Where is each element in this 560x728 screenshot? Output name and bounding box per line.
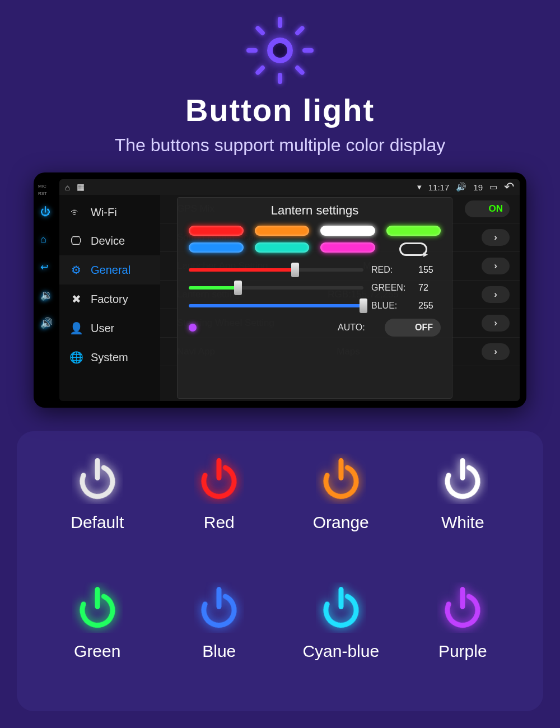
on-toggle[interactable]: ON xyxy=(465,200,510,217)
slider-label: RED: xyxy=(371,265,410,275)
sidebar-item-label: System xyxy=(91,351,128,364)
color-option-label: Cyan-blue xyxy=(288,642,394,661)
hw-vol-down-icon[interactable]: 🔉 xyxy=(40,289,53,301)
slider-label: BLUE: xyxy=(371,301,410,311)
sidebar-item-device[interactable]: 🖵Device xyxy=(59,227,160,255)
color-option-cyan-blue[interactable]: Cyan-blue xyxy=(288,582,394,689)
power-icon xyxy=(194,454,244,504)
preset-color[interactable] xyxy=(255,226,310,236)
brightness-icon xyxy=(246,17,314,84)
chevron-right-icon: › xyxy=(482,258,510,274)
sidebar-item-label: Device xyxy=(91,235,125,248)
color-option-label: Green xyxy=(45,642,150,661)
tablet-device: MICRST ⏻ ⌂ ↩ 🔉 🔊 ⌂ ▦ ▾ 11:17 🔊 19 ▭ ↶ ᯤW… xyxy=(34,172,526,408)
slider-thumb[interactable] xyxy=(291,263,299,277)
slider-track[interactable] xyxy=(189,268,363,272)
color-option-label: Red xyxy=(167,513,272,532)
settings-sidebar: ᯤWi-Fi🖵Device⚙General✖Factory👤User🌐Syste… xyxy=(59,195,160,401)
slider-red[interactable]: RED: 155 xyxy=(189,265,441,275)
slider-track[interactable] xyxy=(189,304,363,307)
cycle-icon[interactable] xyxy=(399,242,427,256)
color-option-label: Orange xyxy=(288,513,394,532)
sidebar-item-system[interactable]: 🌐System xyxy=(59,343,160,372)
power-icon xyxy=(437,582,488,633)
preset-color[interactable] xyxy=(189,242,244,253)
color-option-label: White xyxy=(410,513,516,532)
hardware-buttons: ⏻ ⌂ ↩ 🔉 🔊 xyxy=(40,206,53,329)
sidebar-item-label: User xyxy=(91,322,114,335)
slider-value: 72 xyxy=(418,283,441,293)
color-option-purple[interactable]: Purple xyxy=(410,582,516,689)
auto-toggle[interactable]: OFF xyxy=(385,319,441,337)
settings-main: GPS Mix ONSound Mixing Scale 10›Launcher… xyxy=(160,195,520,401)
hw-power-icon[interactable]: ⏻ xyxy=(40,206,53,218)
slider-track[interactable] xyxy=(189,286,363,290)
color-option-label: Purple xyxy=(410,642,516,661)
slider-value: 155 xyxy=(418,265,441,275)
slider-thumb[interactable] xyxy=(234,281,242,295)
chevron-right-icon: › xyxy=(482,315,510,332)
color-option-label: Blue xyxy=(167,642,272,661)
page-title: Button light xyxy=(0,92,560,128)
sidebar-item-wi-fi[interactable]: ᯤWi-Fi xyxy=(59,198,160,227)
color-examples-panel: Default Red Orange White Green Blue xyxy=(17,431,543,711)
battery-icon: ▭ xyxy=(489,182,497,192)
slider-value: 255 xyxy=(418,301,441,311)
hw-home-icon[interactable]: ⌂ xyxy=(40,234,53,245)
preview-dot xyxy=(189,324,197,332)
lantern-settings-dialog: Lantern settings RED: 155 GREEN: 72 BLUE… xyxy=(177,197,452,399)
sidebar-item-label: General xyxy=(91,264,130,277)
hero: Button light The buttons support multipl… xyxy=(0,0,560,156)
sidebar-item-general[interactable]: ⚙General xyxy=(59,255,160,284)
device-icon: 🖵 xyxy=(69,235,83,248)
apps-icon[interactable]: ▦ xyxy=(77,182,85,192)
status-bar: ⌂ ▦ ▾ 11:17 🔊 19 ▭ ↶ xyxy=(59,179,520,195)
power-icon xyxy=(194,582,244,633)
color-option-white[interactable]: White xyxy=(410,454,516,560)
tools-icon: ✖ xyxy=(69,292,83,306)
power-icon xyxy=(437,454,488,504)
color-option-default[interactable]: Default xyxy=(45,454,150,560)
slider-thumb[interactable] xyxy=(360,298,367,313)
globe-icon: 🌐 xyxy=(69,351,83,364)
preset-color[interactable] xyxy=(386,226,441,236)
sidebar-item-factory[interactable]: ✖Factory xyxy=(59,284,160,314)
slider-blue[interactable]: BLUE: 255 xyxy=(189,301,441,311)
chevron-right-icon: › xyxy=(482,286,510,303)
color-option-red[interactable]: Red xyxy=(167,454,272,560)
color-option-label: Default xyxy=(45,513,150,532)
hw-port-labels: MICRST xyxy=(38,184,47,196)
power-icon xyxy=(316,454,366,504)
chevron-right-icon: › xyxy=(482,343,510,360)
slider-green[interactable]: GREEN: 72 xyxy=(189,283,441,293)
wifi-icon: ᯤ xyxy=(69,206,83,219)
screen: ⌂ ▦ ▾ 11:17 🔊 19 ▭ ↶ ᯤWi-Fi🖵Device⚙Gener… xyxy=(59,179,520,401)
color-option-blue[interactable]: Blue xyxy=(167,582,272,689)
user-icon: 👤 xyxy=(69,321,83,335)
auto-label: AUTO: xyxy=(338,323,377,333)
preset-color[interactable] xyxy=(189,226,244,236)
power-icon xyxy=(72,454,123,504)
page-subtitle: The buttons support multiple color displ… xyxy=(0,135,560,156)
volume-level: 19 xyxy=(473,183,483,192)
color-presets xyxy=(189,226,441,256)
sidebar-item-label: Wi-Fi xyxy=(91,206,117,219)
preset-color[interactable] xyxy=(320,226,375,236)
sidebar-item-user[interactable]: 👤User xyxy=(59,314,160,343)
color-option-orange[interactable]: Orange xyxy=(288,454,394,560)
preset-color[interactable] xyxy=(255,242,310,253)
wifi-status-icon: ▾ xyxy=(417,182,422,192)
sidebar-item-label: Factory xyxy=(91,293,128,306)
color-option-green[interactable]: Green xyxy=(45,582,150,689)
preset-color[interactable] xyxy=(320,242,375,253)
chevron-right-icon: › xyxy=(482,229,510,246)
power-icon xyxy=(316,582,366,633)
gear-icon: ⚙ xyxy=(69,263,83,277)
clock: 11:17 xyxy=(428,183,450,192)
back-icon[interactable]: ↶ xyxy=(504,180,514,194)
hw-vol-up-icon[interactable]: 🔊 xyxy=(40,317,53,329)
home-icon[interactable]: ⌂ xyxy=(65,183,70,192)
volume-status-icon: 🔊 xyxy=(456,182,466,192)
hw-back-icon[interactable]: ↩ xyxy=(40,261,53,273)
power-icon xyxy=(72,582,123,633)
